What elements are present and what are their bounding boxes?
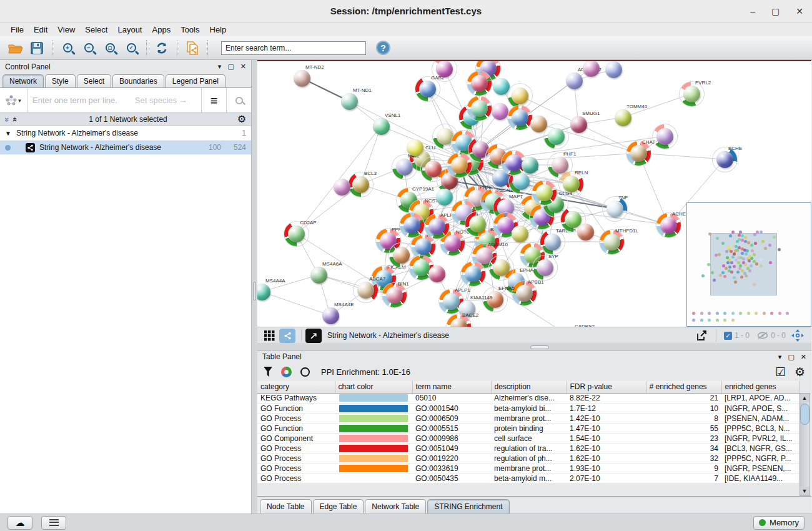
table-row[interactable]: GO FunctionGO:0005515protein binding1.47…	[257, 424, 799, 434]
column-header-description[interactable]: description	[491, 381, 567, 393]
string-options-button[interactable]: ≡	[201, 88, 226, 112]
clone-network-button[interactable]	[182, 39, 202, 57]
horizontal-splitter[interactable]	[257, 344, 811, 351]
ring-chart-icon[interactable]	[300, 367, 310, 377]
network-node[interactable]	[404, 217, 420, 234]
network-node[interactable]	[436, 189, 453, 206]
network-node[interactable]	[505, 154, 522, 171]
string-view-button[interactable]	[279, 329, 295, 343]
network-node-reln[interactable]: RELN	[563, 176, 580, 192]
expand-all-icon[interactable]: »	[9, 117, 19, 121]
scroll-down-icon[interactable]: ▼	[802, 487, 808, 495]
network-node-cd2ap[interactable]: CD2AP	[288, 226, 305, 242]
network-node-smug1[interactable]: SMUG1	[570, 116, 587, 133]
collection-expand-icon[interactable]: ▼	[5, 130, 11, 137]
network-node-notch1[interactable]: NOTCH1	[444, 235, 461, 252]
table-settings-gear-icon[interactable]: ⚙	[795, 366, 805, 378]
menu-file[interactable]: File	[6, 24, 28, 36]
network-canvas[interactable]: MT-ND2MT-ND1VSNL1GAB2ADAMTS2PVRL2TOMM40S…	[257, 60, 811, 327]
network-node[interactable]	[536, 184, 553, 201]
menu-layout[interactable]: Layout	[113, 24, 146, 36]
network-node-aplp2[interactable]: APLP2	[428, 218, 445, 235]
network-node[interactable]	[465, 266, 482, 282]
cloud-tasks-button[interactable]: ☁	[7, 516, 32, 530]
network-node[interactable]	[530, 116, 547, 132]
network-node-apbb1[interactable]: APBB1	[516, 285, 533, 302]
network-node[interactable]	[548, 128, 565, 145]
table-row[interactable]: GO ProcessGO:0033619membrane prot...1.93…	[257, 464, 799, 474]
network-node-ms4a6a[interactable]: MS4A6A	[310, 267, 327, 284]
zoom-in-button[interactable]: +	[57, 39, 77, 57]
network-node-abca7[interactable]: ABCA7	[357, 282, 374, 299]
network-node[interactable]	[605, 61, 622, 78]
tab-network[interactable]: Network	[2, 74, 44, 87]
scroll-up-icon[interactable]: ▲	[802, 394, 808, 402]
network-node-aph1a[interactable]: APH1A	[415, 238, 432, 255]
table-tab-network-table[interactable]: Network Table	[365, 499, 426, 514]
search-input[interactable]	[221, 41, 366, 55]
grid-view-button[interactable]	[261, 329, 277, 343]
network-node-ms4a4e[interactable]: MS4A4E	[322, 307, 339, 324]
memory-button[interactable]: Memory	[753, 516, 805, 530]
string-source-dropdown[interactable]: ▾	[0, 88, 27, 112]
menu-select[interactable]: Select	[81, 24, 112, 36]
menu-tools[interactable]: Tools	[176, 24, 204, 36]
network-node-tnf[interactable]: TNF	[607, 201, 623, 217]
network-node-tomm40[interactable]: TOMM40	[615, 109, 631, 126]
network-node[interactable]	[471, 100, 488, 117]
menu-edit[interactable]: Edit	[29, 24, 52, 36]
network-node[interactable]	[512, 226, 528, 242]
table-row[interactable]: GO ProcessGO:0006509membrane prot...1.42…	[257, 414, 799, 424]
network-node-bin1[interactable]: BIN1	[386, 287, 403, 304]
select-rows-checkbox-icon[interactable]: ☑	[775, 366, 786, 378]
panel-menu-icon[interactable]: ▾	[218, 62, 222, 71]
network-node[interactable]	[493, 78, 510, 95]
network-node[interactable]	[428, 266, 445, 282]
table-row[interactable]: GO FunctionGO:0001540beta-amyloid bi...1…	[257, 404, 799, 414]
network-node-bace2[interactable]: BACE2	[450, 318, 467, 327]
network-node-gfap[interactable]: GFAP	[513, 173, 530, 190]
tab-style[interactable]: Style	[45, 74, 76, 87]
network-node[interactable]	[413, 259, 430, 276]
network-node[interactable]	[451, 157, 468, 174]
zoom-fit-button[interactable]: ▢	[100, 39, 120, 57]
network-node[interactable]	[436, 61, 453, 77]
network-node-phf1[interactable]: PHF1	[552, 157, 568, 174]
save-session-button[interactable]	[27, 39, 47, 57]
network-node[interactable]	[471, 75, 488, 92]
network-node[interactable]	[512, 87, 528, 104]
column-header-fdr-p-value[interactable]: FDR p-value	[567, 381, 646, 393]
table-tab-string-enrichment[interactable]: STRING Enrichment	[427, 499, 509, 514]
network-node[interactable]	[407, 139, 423, 156]
network-node[interactable]	[334, 179, 350, 196]
pan-tool-button[interactable]	[790, 329, 806, 343]
filter-icon[interactable]	[264, 367, 272, 377]
tab-legend-panel[interactable]: Legend Panel	[166, 74, 225, 87]
network-node[interactable]	[522, 157, 538, 174]
table-row[interactable]: KEGG Pathways05010Alzheimer's dise...8.8…	[257, 394, 799, 404]
network-node[interactable]	[512, 109, 528, 126]
menu-apps[interactable]: Apps	[148, 24, 176, 36]
network-node-ms4a4a[interactable]: MS4A4A	[257, 284, 270, 300]
table-row[interactable]: GO ComponentGO:0009986cell surface1.54E-…	[257, 434, 799, 444]
network-node[interactable]	[492, 103, 508, 120]
maximize-button[interactable]: ▢	[771, 7, 780, 16]
help-button[interactable]: ?	[376, 41, 390, 55]
network-node[interactable]	[437, 128, 453, 145]
zoom-out-button[interactable]: −	[79, 39, 99, 57]
menu-view[interactable]: View	[53, 24, 79, 36]
tab-select[interactable]: Select	[77, 74, 111, 87]
network-node-bche[interactable]: BCHE	[716, 151, 733, 168]
network-node[interactable]	[656, 128, 673, 145]
scrollbar-thumb[interactable]	[800, 404, 810, 425]
table-row[interactable]: GO ProcessGO:0050435beta-amyloid m...2.0…	[257, 474, 799, 484]
close-panel-icon[interactable]: ✕	[240, 62, 246, 71]
string-search-button[interactable]	[226, 88, 251, 112]
column-header-category[interactable]: category	[257, 381, 335, 393]
close-button[interactable]: ✕	[796, 7, 803, 16]
table-float-icon[interactable]: ▢	[788, 353, 794, 361]
network-node[interactable]	[565, 211, 582, 228]
task-history-button[interactable]	[41, 516, 66, 530]
network-node-mt-nd2[interactable]: MT-ND2	[294, 70, 310, 87]
network-node-mt-nd1[interactable]: MT-ND1	[341, 93, 358, 110]
